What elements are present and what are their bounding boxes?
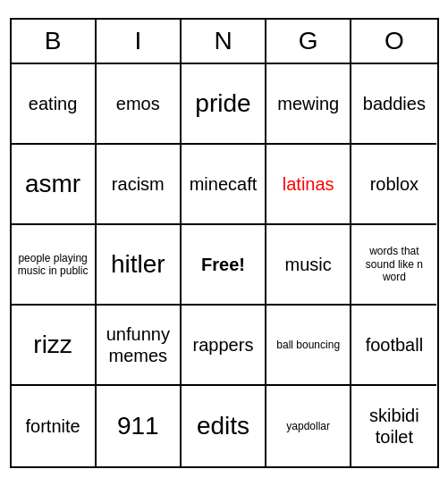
bingo-cell-5[interactable]: asmr	[12, 145, 97, 225]
bingo-header: B I N G O	[12, 20, 437, 64]
bingo-cell-24[interactable]: skibidi toilet	[351, 386, 436, 466]
bingo-cell-19[interactable]: football	[351, 306, 436, 386]
letter-i: I	[97, 20, 182, 63]
letter-o: O	[351, 20, 436, 63]
bingo-cell-18[interactable]: ball bouncing	[266, 306, 351, 386]
bingo-cell-23[interactable]: yapdollar	[266, 386, 351, 466]
bingo-cell-16[interactable]: unfunny memes	[97, 306, 182, 386]
bingo-cell-2[interactable]: pride	[182, 64, 266, 145]
letter-g: G	[266, 20, 351, 63]
letter-b: B	[12, 20, 97, 63]
bingo-cell-8[interactable]: latinas	[266, 145, 351, 225]
bingo-cell-13[interactable]: music	[266, 225, 351, 306]
bingo-cell-11[interactable]: hitler	[97, 225, 182, 306]
bingo-cell-17[interactable]: rappers	[182, 306, 266, 386]
bingo-cell-7[interactable]: minecaft	[182, 145, 266, 225]
bingo-cell-10[interactable]: people playing music in public	[12, 225, 97, 306]
bingo-card: B I N G O eatingemospridemewingbaddiesas…	[10, 18, 439, 468]
bingo-cell-21[interactable]: 911	[97, 386, 182, 466]
bingo-cell-15[interactable]: rizz	[12, 306, 97, 386]
bingo-cell-4[interactable]: baddies	[351, 64, 436, 145]
bingo-grid: eatingemospridemewingbaddiesasmrracismmi…	[12, 64, 437, 466]
bingo-cell-12[interactable]: Free!	[182, 225, 266, 306]
letter-n: N	[182, 20, 266, 63]
bingo-cell-9[interactable]: roblox	[351, 145, 436, 225]
bingo-cell-14[interactable]: words that sound like n word	[351, 225, 436, 306]
bingo-cell-22[interactable]: edits	[182, 386, 266, 466]
bingo-cell-20[interactable]: fortnite	[12, 386, 97, 466]
bingo-cell-0[interactable]: eating	[12, 64, 97, 145]
bingo-cell-1[interactable]: emos	[97, 64, 182, 145]
bingo-cell-3[interactable]: mewing	[266, 64, 351, 145]
bingo-cell-6[interactable]: racism	[97, 145, 182, 225]
